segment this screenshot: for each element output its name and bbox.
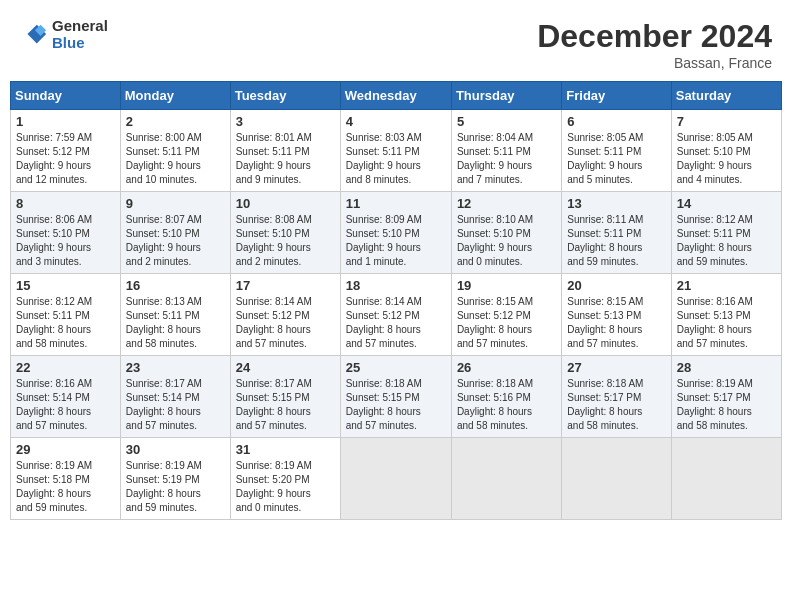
day-info: Sunrise: 8:01 AM Sunset: 5:11 PM Dayligh… bbox=[236, 131, 335, 187]
day-number: 25 bbox=[346, 360, 446, 375]
day-cell: 4Sunrise: 8:03 AM Sunset: 5:11 PM Daylig… bbox=[340, 110, 451, 192]
day-number: 10 bbox=[236, 196, 335, 211]
day-info: Sunrise: 8:11 AM Sunset: 5:11 PM Dayligh… bbox=[567, 213, 665, 269]
day-info: Sunrise: 8:14 AM Sunset: 5:12 PM Dayligh… bbox=[236, 295, 335, 351]
day-info: Sunrise: 8:09 AM Sunset: 5:10 PM Dayligh… bbox=[346, 213, 446, 269]
day-info: Sunrise: 8:05 AM Sunset: 5:11 PM Dayligh… bbox=[567, 131, 665, 187]
day-cell: 25Sunrise: 8:18 AM Sunset: 5:15 PM Dayli… bbox=[340, 356, 451, 438]
day-info: Sunrise: 8:19 AM Sunset: 5:18 PM Dayligh… bbox=[16, 459, 115, 515]
day-cell: 11Sunrise: 8:09 AM Sunset: 5:10 PM Dayli… bbox=[340, 192, 451, 274]
day-cell: 10Sunrise: 8:08 AM Sunset: 5:10 PM Dayli… bbox=[230, 192, 340, 274]
week-row-3: 15Sunrise: 8:12 AM Sunset: 5:11 PM Dayli… bbox=[11, 274, 782, 356]
day-info: Sunrise: 8:12 AM Sunset: 5:11 PM Dayligh… bbox=[677, 213, 776, 269]
day-info: Sunrise: 8:00 AM Sunset: 5:11 PM Dayligh… bbox=[126, 131, 225, 187]
day-number: 7 bbox=[677, 114, 776, 129]
day-number: 2 bbox=[126, 114, 225, 129]
day-cell: 24Sunrise: 8:17 AM Sunset: 5:15 PM Dayli… bbox=[230, 356, 340, 438]
weekday-friday: Friday bbox=[562, 82, 671, 110]
day-number: 9 bbox=[126, 196, 225, 211]
day-cell: 15Sunrise: 8:12 AM Sunset: 5:11 PM Dayli… bbox=[11, 274, 121, 356]
day-cell: 22Sunrise: 8:16 AM Sunset: 5:14 PM Dayli… bbox=[11, 356, 121, 438]
day-cell: 1Sunrise: 7:59 AM Sunset: 5:12 PM Daylig… bbox=[11, 110, 121, 192]
day-info: Sunrise: 8:15 AM Sunset: 5:12 PM Dayligh… bbox=[457, 295, 556, 351]
day-cell: 26Sunrise: 8:18 AM Sunset: 5:16 PM Dayli… bbox=[451, 356, 561, 438]
day-info: Sunrise: 8:19 AM Sunset: 5:19 PM Dayligh… bbox=[126, 459, 225, 515]
day-info: Sunrise: 8:03 AM Sunset: 5:11 PM Dayligh… bbox=[346, 131, 446, 187]
day-cell: 23Sunrise: 8:17 AM Sunset: 5:14 PM Dayli… bbox=[120, 356, 230, 438]
month-title: December 2024 bbox=[537, 18, 772, 55]
location: Bassan, France bbox=[537, 55, 772, 71]
day-number: 8 bbox=[16, 196, 115, 211]
day-cell: 27Sunrise: 8:18 AM Sunset: 5:17 PM Dayli… bbox=[562, 356, 671, 438]
day-number: 22 bbox=[16, 360, 115, 375]
day-info: Sunrise: 8:07 AM Sunset: 5:10 PM Dayligh… bbox=[126, 213, 225, 269]
day-cell: 12Sunrise: 8:10 AM Sunset: 5:10 PM Dayli… bbox=[451, 192, 561, 274]
day-info: Sunrise: 8:14 AM Sunset: 5:12 PM Dayligh… bbox=[346, 295, 446, 351]
day-cell: 16Sunrise: 8:13 AM Sunset: 5:11 PM Dayli… bbox=[120, 274, 230, 356]
day-number: 4 bbox=[346, 114, 446, 129]
day-cell: 18Sunrise: 8:14 AM Sunset: 5:12 PM Dayli… bbox=[340, 274, 451, 356]
logo-text-line1: General bbox=[52, 18, 108, 35]
day-number: 24 bbox=[236, 360, 335, 375]
day-info: Sunrise: 8:15 AM Sunset: 5:13 PM Dayligh… bbox=[567, 295, 665, 351]
day-number: 23 bbox=[126, 360, 225, 375]
day-cell bbox=[340, 438, 451, 520]
weekday-saturday: Saturday bbox=[671, 82, 781, 110]
logo-text-line2: Blue bbox=[52, 35, 108, 52]
day-number: 3 bbox=[236, 114, 335, 129]
calendar: SundayMondayTuesdayWednesdayThursdayFrid… bbox=[10, 81, 782, 520]
day-info: Sunrise: 8:12 AM Sunset: 5:11 PM Dayligh… bbox=[16, 295, 115, 351]
day-info: Sunrise: 8:17 AM Sunset: 5:14 PM Dayligh… bbox=[126, 377, 225, 433]
day-number: 5 bbox=[457, 114, 556, 129]
day-number: 21 bbox=[677, 278, 776, 293]
day-number: 18 bbox=[346, 278, 446, 293]
logo-icon bbox=[20, 21, 48, 49]
day-cell: 9Sunrise: 8:07 AM Sunset: 5:10 PM Daylig… bbox=[120, 192, 230, 274]
day-info: Sunrise: 8:16 AM Sunset: 5:13 PM Dayligh… bbox=[677, 295, 776, 351]
weekday-thursday: Thursday bbox=[451, 82, 561, 110]
day-info: Sunrise: 8:13 AM Sunset: 5:11 PM Dayligh… bbox=[126, 295, 225, 351]
day-info: Sunrise: 8:18 AM Sunset: 5:15 PM Dayligh… bbox=[346, 377, 446, 433]
day-number: 27 bbox=[567, 360, 665, 375]
day-info: Sunrise: 8:17 AM Sunset: 5:15 PM Dayligh… bbox=[236, 377, 335, 433]
day-info: Sunrise: 8:19 AM Sunset: 5:20 PM Dayligh… bbox=[236, 459, 335, 515]
day-number: 19 bbox=[457, 278, 556, 293]
weekday-header-row: SundayMondayTuesdayWednesdayThursdayFrid… bbox=[11, 82, 782, 110]
day-cell: 2Sunrise: 8:00 AM Sunset: 5:11 PM Daylig… bbox=[120, 110, 230, 192]
day-number: 6 bbox=[567, 114, 665, 129]
day-cell: 8Sunrise: 8:06 AM Sunset: 5:10 PM Daylig… bbox=[11, 192, 121, 274]
weekday-monday: Monday bbox=[120, 82, 230, 110]
day-cell bbox=[671, 438, 781, 520]
day-info: Sunrise: 8:16 AM Sunset: 5:14 PM Dayligh… bbox=[16, 377, 115, 433]
weekday-sunday: Sunday bbox=[11, 82, 121, 110]
day-info: Sunrise: 8:05 AM Sunset: 5:10 PM Dayligh… bbox=[677, 131, 776, 187]
day-cell: 29Sunrise: 8:19 AM Sunset: 5:18 PM Dayli… bbox=[11, 438, 121, 520]
day-cell: 13Sunrise: 8:11 AM Sunset: 5:11 PM Dayli… bbox=[562, 192, 671, 274]
day-number: 14 bbox=[677, 196, 776, 211]
day-number: 13 bbox=[567, 196, 665, 211]
day-info: Sunrise: 8:18 AM Sunset: 5:16 PM Dayligh… bbox=[457, 377, 556, 433]
day-cell: 31Sunrise: 8:19 AM Sunset: 5:20 PM Dayli… bbox=[230, 438, 340, 520]
day-number: 31 bbox=[236, 442, 335, 457]
day-number: 30 bbox=[126, 442, 225, 457]
day-cell: 19Sunrise: 8:15 AM Sunset: 5:12 PM Dayli… bbox=[451, 274, 561, 356]
day-number: 28 bbox=[677, 360, 776, 375]
day-number: 20 bbox=[567, 278, 665, 293]
day-number: 1 bbox=[16, 114, 115, 129]
week-row-1: 1Sunrise: 7:59 AM Sunset: 5:12 PM Daylig… bbox=[11, 110, 782, 192]
day-info: Sunrise: 8:04 AM Sunset: 5:11 PM Dayligh… bbox=[457, 131, 556, 187]
day-number: 26 bbox=[457, 360, 556, 375]
title-area: December 2024 Bassan, France bbox=[537, 18, 772, 71]
day-cell: 17Sunrise: 8:14 AM Sunset: 5:12 PM Dayli… bbox=[230, 274, 340, 356]
day-cell: 6Sunrise: 8:05 AM Sunset: 5:11 PM Daylig… bbox=[562, 110, 671, 192]
day-cell: 5Sunrise: 8:04 AM Sunset: 5:11 PM Daylig… bbox=[451, 110, 561, 192]
day-cell: 20Sunrise: 8:15 AM Sunset: 5:13 PM Dayli… bbox=[562, 274, 671, 356]
day-cell: 7Sunrise: 8:05 AM Sunset: 5:10 PM Daylig… bbox=[671, 110, 781, 192]
day-cell bbox=[562, 438, 671, 520]
week-row-4: 22Sunrise: 8:16 AM Sunset: 5:14 PM Dayli… bbox=[11, 356, 782, 438]
day-cell bbox=[451, 438, 561, 520]
day-info: Sunrise: 7:59 AM Sunset: 5:12 PM Dayligh… bbox=[16, 131, 115, 187]
day-cell: 14Sunrise: 8:12 AM Sunset: 5:11 PM Dayli… bbox=[671, 192, 781, 274]
weekday-wednesday: Wednesday bbox=[340, 82, 451, 110]
day-info: Sunrise: 8:19 AM Sunset: 5:17 PM Dayligh… bbox=[677, 377, 776, 433]
